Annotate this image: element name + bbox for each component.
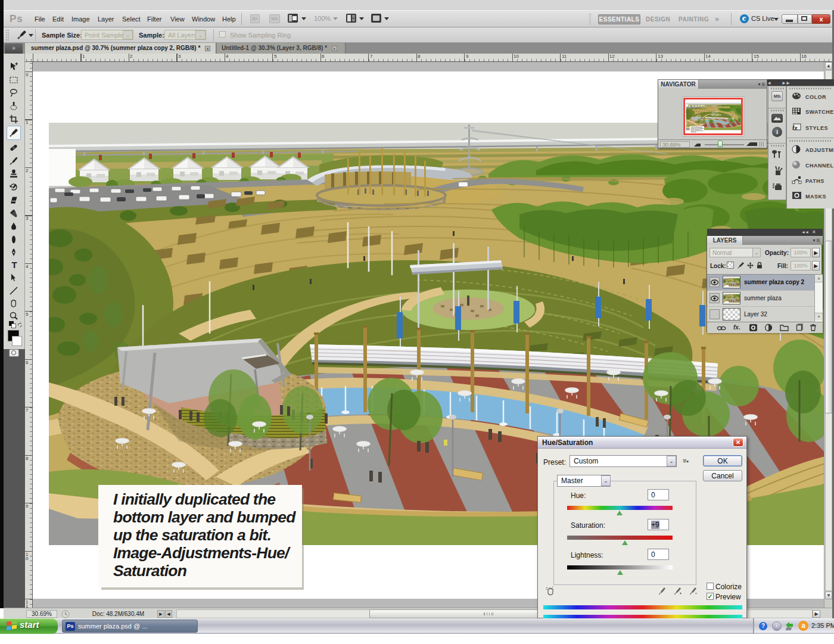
svg-text:fx: fx [792,125,798,131]
svg-text:I initially duplicated the: I initially duplicated the [113,490,275,508]
svg-text:up the saturation a bit.: up the saturation a bit. [113,526,271,544]
svg-text:bottom layer and bumped: bottom layer and bumped [113,508,296,526]
svg-text:Image-Adjustments-Hue/: Image-Adjustments-Hue/ [113,544,291,562]
svg-text:Saturation: Saturation [113,562,187,580]
